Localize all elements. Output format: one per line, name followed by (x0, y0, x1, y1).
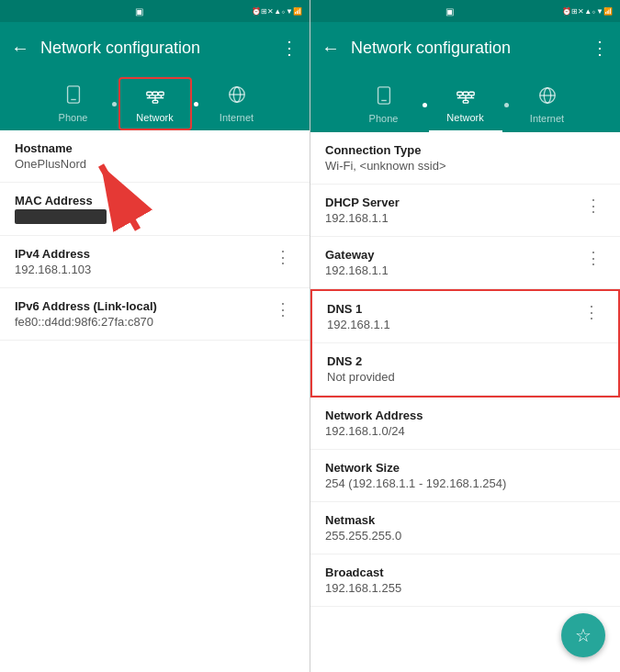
right-status-icons: ⏰⊞✕▲⬦▼📶 (562, 7, 613, 16)
dns1-value: 192.168.1.1 (327, 318, 580, 331)
ipv4-menu-button[interactable]: ⋮ (271, 247, 295, 267)
gateway-left: Gateway 192.168.1.1 (325, 248, 581, 277)
dhcp-item: DHCP Server 192.168.1.1 ⋮ (310, 185, 620, 237)
network-address-value: 192.168.1.0/24 (325, 424, 605, 438)
right-title: Network configuration (351, 39, 580, 58)
svg-rect-2 (146, 92, 152, 95)
left-tab-internet-label: Internet (220, 112, 254, 123)
left-status-bar: ▣ ⏰⊞✕▲⬦▼📶 (0, 0, 310, 22)
broadcast-item: Broadcast 192.168.1.255 (310, 554, 620, 607)
left-title: Network configuration (40, 39, 269, 58)
left-back-button[interactable]: ← (7, 34, 33, 62)
left-internet-icon (227, 84, 247, 110)
svg-rect-19 (463, 92, 468, 95)
right-tab-phone-label: Phone (369, 113, 399, 124)
svg-rect-4 (158, 92, 163, 95)
ipv6-left: IPv6 Address (Link-local) fe80::d4dd:98f… (15, 299, 271, 329)
dns1-left: DNS 1 192.168.1.1 (327, 302, 580, 331)
right-tabs: Phone Network (310, 73, 620, 132)
right-phone-wrapper: ▣ ⏰⊞✕▲⬦▼📶 ← Network configuration ⋮ Phon… (310, 0, 620, 672)
network-address-left: Network Address 192.168.1.0/24 (325, 409, 605, 438)
netmask-label: Netmask (325, 513, 605, 527)
right-phone-icon (374, 85, 394, 111)
left-tab-network[interactable]: Network (118, 77, 192, 130)
hostname-value: OnePlusNord (15, 157, 295, 171)
right-tab-phone[interactable]: Phone (347, 78, 421, 131)
right-content: Connection Type Wi-Fi, <unknown ssid> DH… (310, 132, 620, 672)
hostname-label: Hostname (15, 141, 295, 155)
connection-type-value: Wi-Fi, <unknown ssid> (325, 159, 605, 173)
left-tabs: Phone N (0, 73, 310, 130)
dns2-left: DNS 2 Not provided (327, 354, 603, 384)
right-menu-button[interactable]: ⋮ (587, 33, 613, 62)
network-size-value: 254 (192.168.1.1 - 192.168.1.254) (325, 476, 605, 490)
ipv6-menu-button[interactable]: ⋮ (271, 299, 295, 319)
left-toolbar: ← Network configuration ⋮ (0, 22, 310, 73)
dns2-item: DNS 2 Not provided (312, 343, 618, 396)
dhcp-menu-button[interactable]: ⋮ (581, 196, 605, 216)
dns1-item: DNS 1 192.168.1.1 ⋮ (312, 291, 618, 343)
netmask-value: 255.255.255.0 (325, 529, 605, 543)
right-status-right: ⏰⊞✕▲⬦▼📶 (562, 7, 613, 16)
left-tab-phone-label: Phone (59, 112, 88, 123)
gateway-menu-button[interactable]: ⋮ (581, 248, 605, 268)
svg-rect-3 (152, 92, 158, 95)
gateway-label: Gateway (325, 248, 581, 262)
fab-button[interactable]: ☆ (561, 613, 605, 657)
right-network-icon (456, 84, 476, 110)
svg-rect-10 (152, 100, 158, 103)
left-menu-button[interactable]: ⋮ (276, 33, 302, 62)
netmask-left: Netmask 255.255.255.0 (325, 513, 605, 543)
ipv4-value: 192.168.1.103 (15, 263, 271, 276)
right-tab-network[interactable]: Network (429, 77, 502, 132)
network-address-item: Network Address 192.168.1.0/24 (310, 398, 620, 450)
svg-rect-0 (67, 86, 79, 103)
mac-label: MAC Address (15, 194, 295, 207)
netmask-item: Netmask 255.255.255.0 (310, 502, 620, 554)
right-status-center: ▣ (445, 6, 454, 17)
right-internet-icon (537, 85, 558, 111)
left-tab-phone[interactable]: Phone (37, 77, 110, 130)
broadcast-value: 192.168.1.255 (325, 581, 605, 595)
svg-rect-26 (463, 100, 468, 103)
dns1-menu-button[interactable]: ⋮ (580, 302, 603, 322)
connection-type-left: Connection Type Wi-Fi, <unknown ssid> (325, 143, 605, 173)
left-status-center: ▣ (135, 6, 143, 17)
left-status-icon: ▣ (135, 6, 143, 17)
connection-type-item: Connection Type Wi-Fi, <unknown ssid> (310, 132, 620, 185)
mac-value (15, 209, 107, 224)
right-status-bar: ▣ ⏰⊞✕▲⬦▼📶 (310, 0, 620, 22)
hostname-item: Hostname OnePlusNord (0, 130, 310, 183)
dhcp-left: DHCP Server 192.168.1.1 (325, 196, 581, 225)
gateway-value: 192.168.1.1 (325, 263, 581, 277)
right-tab-internet[interactable]: Internet (511, 78, 584, 131)
svg-rect-18 (457, 92, 462, 95)
svg-rect-20 (468, 92, 474, 95)
left-dot-1 (112, 102, 117, 106)
left-dot-2 (194, 102, 198, 106)
network-size-item: Network Size 254 (192.168.1.1 - 192.168.… (310, 450, 620, 502)
right-toolbar: ← Network configuration ⋮ (310, 22, 620, 73)
right-phone-screen: ▣ ⏰⊞✕▲⬦▼📶 ← Network configuration ⋮ Phon… (310, 0, 620, 672)
ipv6-item: IPv6 Address (Link-local) fe80::d4dd:98f… (0, 288, 310, 341)
dhcp-label: DHCP Server (325, 196, 581, 209)
dns2-label: DNS 2 (327, 354, 603, 368)
connection-type-label: Connection Type (325, 143, 605, 157)
left-network-icon (145, 84, 165, 110)
mac-item: MAC Address (0, 183, 310, 236)
ipv4-label: IPv4 Address (15, 247, 271, 261)
network-size-left: Network Size 254 (192.168.1.1 - 192.168.… (325, 461, 605, 490)
broadcast-left: Broadcast 192.168.1.255 (325, 566, 605, 595)
dns1-label: DNS 1 (327, 302, 580, 316)
right-back-button[interactable]: ← (318, 34, 344, 62)
left-content: Hostname OnePlusNord MAC Address IPv4 Ad… (0, 130, 310, 672)
left-tab-internet[interactable]: Internet (200, 77, 274, 130)
left-tab-network-label: Network (136, 112, 173, 123)
ipv4-item: IPv4 Address 192.168.1.103 ⋮ (0, 236, 310, 288)
ipv4-left: IPv4 Address 192.168.1.103 (15, 247, 271, 276)
left-phone-icon (63, 84, 84, 110)
gateway-item: Gateway 192.168.1.1 ⋮ (310, 237, 620, 289)
left-status-right: ⏰⊞✕▲⬦▼📶 (252, 7, 302, 16)
right-tab-internet-label: Internet (530, 113, 564, 124)
right-status-icon: ▣ (445, 6, 454, 17)
